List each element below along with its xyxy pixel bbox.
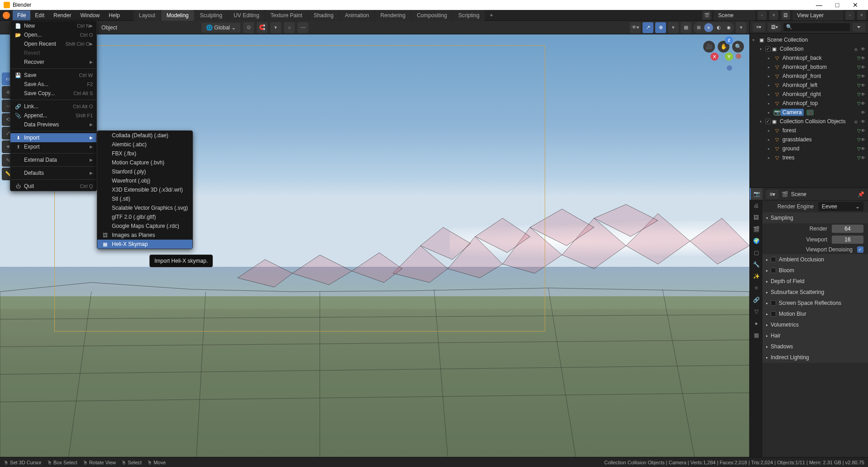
menu-help[interactable]: Help [104,10,125,20]
file-menu-recover[interactable]: Recover▶ [10,58,96,67]
menu-file[interactable]: File [13,10,30,20]
file-menu-data-previews[interactable]: Data Previews▶ [10,120,96,129]
outliner-item-ahornkopf_front[interactable]: ▸▽Ahornkopf_front▽👁 [750,72,868,81]
panel-subsurface-scattering[interactable]: ▸Subsurface Scattering [762,287,868,298]
prop-tab-scene-icon[interactable]: 🎬 [750,223,762,235]
sampling-render-value[interactable]: 64 [832,225,863,233]
import-x3d-extensible-3d-x3d-wrl-[interactable]: X3D Extensible 3D (.x3d/.wrl) [97,185,192,194]
shading-rendered-icon[interactable]: ◉ [724,23,733,32]
prop-tab-object-icon[interactable]: ▢ [750,247,762,259]
tab-sculpting[interactable]: Sculpting [195,10,228,21]
outliner-item-ahornkopf_left[interactable]: ▸▽Ahornkopf_left▽👁 [750,81,868,90]
import-alembic-abc-[interactable]: Alembic (.abc) [97,140,192,149]
import-fbx-fbx-[interactable]: FBX (.fbx) [97,149,192,158]
viewlayer-browse-icon[interactable]: 🖼 [781,11,790,20]
tab-layout[interactable]: Layout [134,10,161,21]
viewport-denoising-checkbox[interactable]: ✓ [857,246,863,253]
panel-hair[interactable]: ▸Hair [762,330,868,341]
outliner[interactable]: ▾▣ Scene Collection ▾▣ Collection ◉👁 ▸▽A… [750,34,868,188]
outliner-scene-collection[interactable]: ▾▣ Scene Collection [750,35,868,44]
outliner-item-ahornkopf_top[interactable]: ▸▽Ahornkopf_top▽👁 [750,99,868,108]
sampling-viewport-value[interactable]: 16 [832,236,863,244]
import-gltf-2-0-glb-gltf-[interactable]: glTF 2.0 (.glb/.gltf) [97,212,192,221]
tab-uv-editing[interactable]: UV Editing [228,10,265,21]
minimize-button[interactable]: — [810,1,828,9]
panel-ambient-occlusion[interactable]: ▸Ambient Occlusion [762,254,868,265]
prop-tab-viewlayer-icon[interactable]: 🖼 [750,212,762,223]
outliner-item-grassblades[interactable]: ▸▽grassblades▽👁 [750,135,868,144]
outliner-item-camera[interactable]: ▸📷Camera🎥👁 [750,108,868,117]
file-menu-defaults[interactable]: Defaults▶ [10,169,96,178]
file-menu-new[interactable]: 📄NewCtrl N▶ [10,21,96,30]
proportional-opts-icon[interactable]: 〰 [297,22,308,33]
outliner-item-ground[interactable]: ▸▽ground▽👁 [750,144,868,153]
file-menu-import[interactable]: ⬇Import▶ [10,133,96,142]
file-menu-quit[interactable]: ⏻QuitCtrl Q [10,182,96,191]
tab-scripting[interactable]: Scripting [453,10,485,21]
tab-animation[interactable]: Animation [340,10,374,21]
prop-tab-material-icon[interactable]: ● [750,318,762,329]
shading-lookdev-icon[interactable]: ◐ [714,23,723,32]
tab-compositing[interactable]: Compositing [411,10,452,21]
import-scalable-vector-graphics-svg-[interactable]: Scalable Vector Graphics (.svg) [97,203,192,212]
outliner-filter-icon[interactable]: ⏷ [853,23,865,32]
prop-tab-physics-icon[interactable]: ⚛ [750,282,762,294]
orientation-select[interactable]: 🌐 Global ⌄ [201,23,240,33]
render-engine-select[interactable]: Eevee⌄ [818,202,863,211]
panel-shadows[interactable]: ▸Shadows [762,341,868,352]
prop-tab-data-icon[interactable]: ▽ [750,306,762,318]
prop-tab-render-icon[interactable]: 📷 [750,188,762,200]
viewlayer-del-icon[interactable]: × [857,11,866,20]
import-heli-x-skymap[interactable]: ▦Heli-X Skymap [97,240,192,249]
prop-tab-constraints-icon[interactable]: 🔗 [750,294,762,306]
shading-solid-icon[interactable]: ● [704,23,713,32]
gizmo-neg-x-icon[interactable] [736,53,741,59]
vp-camera-icon[interactable]: 🎥 [703,41,715,53]
shading-opts-icon[interactable]: ▾ [736,22,747,33]
file-menu-external-data[interactable]: External Data▶ [10,155,96,164]
outliner-collision-collection[interactable]: ▾▣ Collection Collision Objects ◉👁 [750,117,868,126]
outliner-item-trees[interactable]: ▸▽trees▽👁 [750,153,868,162]
tab-rendering[interactable]: Rendering [375,10,411,21]
menu-edit[interactable]: Edit [30,10,49,20]
file-menu-link-[interactable]: 🔗Link...Ctrl Alt O [10,102,96,111]
import-wavefront-obj-[interactable]: Wavefront (.obj) [97,176,192,185]
gizmo-toggle-icon[interactable]: ↗ [643,22,653,33]
scene-name-field[interactable]: Scene [714,10,755,20]
gizmo-x-icon[interactable]: X [710,53,719,61]
props-pin-icon[interactable]: 📌 [858,191,864,197]
maximize-button[interactable]: □ [828,1,846,9]
file-menu-save[interactable]: 💾SaveCtrl W [10,71,96,80]
visibility-icon[interactable]: 👁▾ [630,22,641,33]
prop-tab-output-icon[interactable]: 🖨 [750,200,762,212]
outliner-item-forest[interactable]: ▸▽forest▽👁 [750,126,868,135]
pivot-icon[interactable]: ⊙ [243,22,254,33]
add-workspace-button[interactable]: + [485,10,498,21]
file-menu-save-copy-[interactable]: Save Copy...Ctrl Alt S [10,89,96,98]
prop-tab-modifiers-icon[interactable]: 🔧 [750,259,762,270]
scene-browse-icon[interactable]: 🎬 [702,11,711,20]
scene-new-icon[interactable]: ▫ [758,11,767,20]
outliner-item-ahornkopf_right[interactable]: ▸▽Ahornkopf_right▽👁 [750,90,868,99]
import-collada-default-dae-[interactable]: Collada (Default) (.dae) [97,131,192,140]
menu-window[interactable]: Window [76,10,104,20]
shading-wire-icon[interactable]: ⊞ [694,23,703,32]
import-images-as-planes[interactable]: 🖼Images as Planes [97,231,192,240]
snap-icon[interactable]: 🧲 [257,22,268,33]
proportional-icon[interactable]: ○ [284,22,295,33]
import-stl-stl-[interactable]: Stl (.stl) [97,194,192,203]
props-editor-icon[interactable]: ≡▾ [766,190,779,199]
panel-sampling[interactable]: ▾Sampling [762,212,868,223]
vp-menu-object2[interactable]: Object [101,24,117,31]
gizmo-y-icon[interactable]: Y [725,53,733,61]
import-motion-capture-bvh-[interactable]: Motion Capture (.bvh) [97,158,192,167]
viewlayer-new-icon[interactable]: ▫ [845,11,854,20]
gizmo-neg-z-icon[interactable] [727,65,732,71]
tab-modeling[interactable]: Modeling [161,10,194,21]
file-menu-save-as-[interactable]: Save As...F2 [10,80,96,89]
outliner-view-mode[interactable]: 🖼▾ [768,23,781,32]
snap-opts-icon[interactable]: ▾ [270,22,281,33]
import-stanford-ply-[interactable]: Stanford (.ply) [97,167,192,176]
overlay-opts-icon[interactable]: ▾ [668,22,679,33]
outliner-collection[interactable]: ▾▣ Collection ◉👁 [750,44,868,53]
